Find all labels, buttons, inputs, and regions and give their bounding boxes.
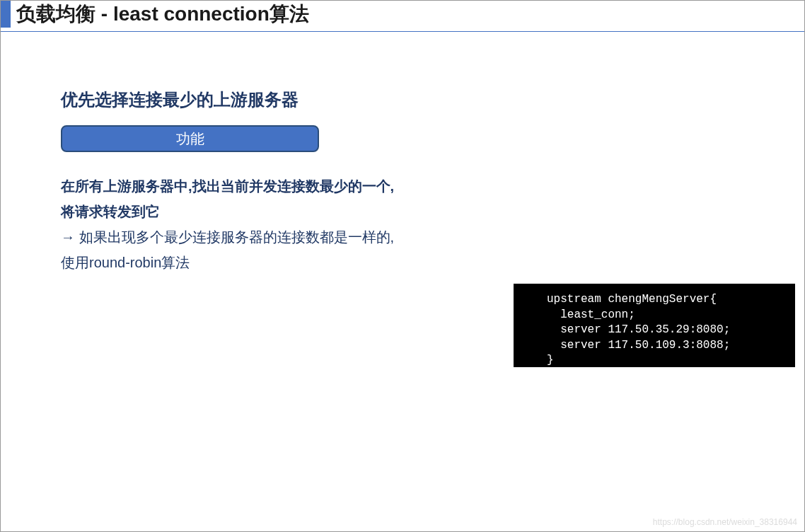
subtitle: 优先选择连接最少的上游服务器 xyxy=(61,88,804,111)
desc-line-3-text: 如果出现多个最少连接服务器的连接数都是一样的, xyxy=(75,229,394,245)
desc-line-2: 将请求转发到它 xyxy=(61,199,804,224)
code-block: upstream chengMengServer{ least_conn; se… xyxy=(514,284,795,367)
content-area: 优先选择连接最少的上游服务器 功能 在所有上游服务器中,找出当前并发连接数最少的… xyxy=(1,32,804,275)
title-bar: 负载均衡 - least connection算法 xyxy=(1,1,804,32)
description-block: 在所有上游服务器中,找出当前并发连接数最少的一个, 将请求转发到它 → 如果出现… xyxy=(61,173,804,275)
code-line-3: server 117.50.35.29:8080; xyxy=(547,323,730,336)
desc-line-1: 在所有上游服务器中,找出当前并发连接数最少的一个, xyxy=(61,173,804,199)
page-title: 负载均衡 - least connection算法 xyxy=(16,1,309,28)
code-line-1: upstream chengMengServer{ xyxy=(547,293,717,306)
arrow-icon: → xyxy=(61,229,75,245)
function-badge: 功能 xyxy=(61,125,319,152)
code-line-5: } xyxy=(547,354,554,366)
title-accent xyxy=(1,1,11,28)
desc-line-4: 使用round-robin算法 xyxy=(61,250,804,275)
code-line-4: server 117.50.109.3:8088; xyxy=(547,339,730,352)
watermark: https://blog.csdn.net/weixin_38316944 xyxy=(653,517,797,527)
desc-line-3: → 如果出现多个最少连接服务器的连接数都是一样的, xyxy=(61,224,804,250)
code-line-2: least_conn; xyxy=(547,308,635,321)
